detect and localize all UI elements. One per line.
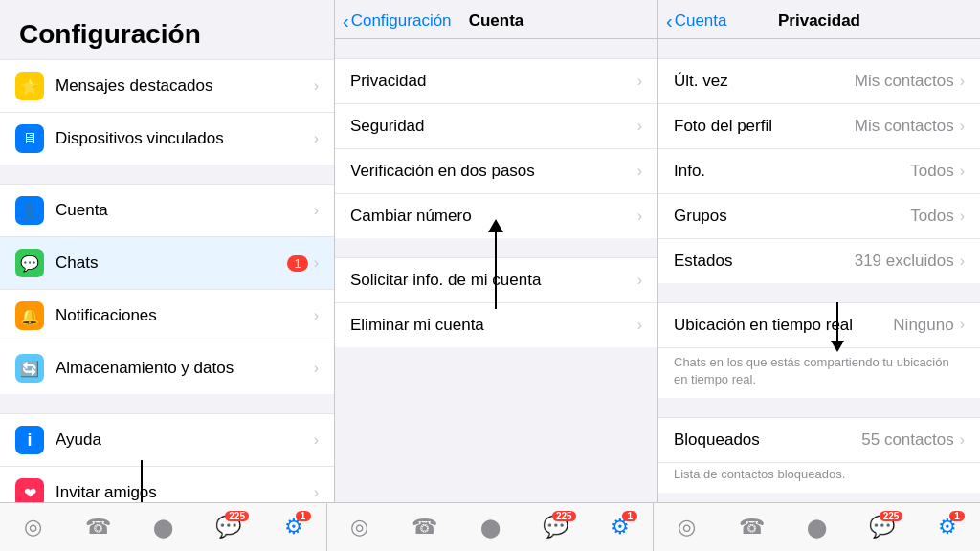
- chats-icon: 💬 225: [543, 515, 568, 540]
- bloqueados-label: Bloqueados: [674, 430, 861, 450]
- tab-settings-mid[interactable]: ⚙ 1: [588, 515, 653, 540]
- ubicacion-value: Ninguno: [893, 316, 953, 335]
- tab-calls-left[interactable]: ☎: [65, 515, 130, 540]
- tab-camera-left[interactable]: ⬤: [130, 517, 195, 539]
- seguridad-row[interactable]: Seguridad ›: [335, 104, 657, 149]
- realtime-section: Ubicación en tiempo real Ninguno › Chats…: [658, 302, 980, 398]
- tab-calls-mid[interactable]: ☎: [392, 515, 457, 540]
- help-row[interactable]: i Ayuda ›: [0, 413, 334, 467]
- bloqueados-footer: Lista de contactos bloqueados.: [658, 462, 980, 493]
- right-tab-bar: ◎ ☎ ⬤ 💬 225 ⚙ 1: [654, 503, 980, 551]
- chats-icon: 💬 225: [215, 515, 241, 540]
- laptop-icon: 🖥: [15, 124, 44, 153]
- middle-back-button[interactable]: ‹ Configuración: [343, 11, 452, 33]
- tab-chats-mid[interactable]: 💬 225: [523, 515, 588, 540]
- chevron-icon: ›: [637, 272, 642, 289]
- eliminar-cuenta-row[interactable]: Eliminar mi cuenta ›: [335, 303, 657, 347]
- back-chevron-icon: ‹: [666, 11, 673, 33]
- tab-camera-mid[interactable]: ⬤: [457, 517, 523, 539]
- tab-chats-left[interactable]: 💬 225: [195, 515, 260, 540]
- camera-icon: ⬤: [807, 517, 827, 539]
- bell-icon: 🔔: [15, 301, 44, 330]
- info-row[interactable]: Info. Todos ›: [658, 149, 980, 194]
- privacidad-label: Privacidad: [350, 72, 637, 91]
- privacy-main-section: Últ. vez Mis contactos › Foto del perfil…: [658, 58, 980, 283]
- tab-status-left[interactable]: ◎: [0, 515, 65, 540]
- tab-chats-right[interactable]: 💬 225: [850, 515, 915, 540]
- notifications-row[interactable]: 🔔 Notificaciones ›: [0, 290, 334, 342]
- camera-icon: ⬤: [480, 517, 501, 539]
- chat-icon: 💬: [15, 249, 44, 277]
- right-panel: ‹ Cuenta Privacidad Últ. vez Mis contact…: [658, 0, 980, 502]
- chevron-icon: ›: [960, 431, 965, 449]
- ubicacion-row[interactable]: Ubicación en tiempo real Ninguno ›: [658, 302, 980, 347]
- privacidad-row[interactable]: Privacidad ›: [335, 58, 657, 104]
- storage-row[interactable]: 🔄 Almacenamiento y datos ›: [0, 342, 334, 394]
- invite-row[interactable]: ❤ Invitar amigos ›: [0, 467, 334, 502]
- account-row[interactable]: 👤 Cuenta ›: [0, 184, 334, 237]
- linked-devices-row[interactable]: 🖥 Dispositivos vinculados ›: [0, 113, 334, 165]
- phone-icon: ☎: [85, 515, 111, 540]
- invite-label: Invitar amigos: [56, 483, 314, 502]
- chevron-icon: ›: [960, 316, 965, 333]
- bloqueados-value: 55 contactos: [861, 430, 953, 450]
- ult-vez-label: Últ. vez: [674, 72, 855, 91]
- storage-icon: 🔄: [15, 354, 44, 383]
- grupos-row[interactable]: Grupos Todos ›: [658, 194, 980, 239]
- verificacion-row[interactable]: Verificación en dos pasos ›: [335, 149, 657, 194]
- chevron-icon: ›: [314, 307, 319, 324]
- left-tab-bar: ◎ ☎ ⬤ 💬 225 ⚙ 1: [0, 503, 327, 551]
- settings-badge: 1: [296, 511, 311, 521]
- camera-icon: ⬤: [153, 517, 173, 539]
- foto-perfil-label: Foto del perfil: [674, 117, 855, 136]
- cuenta-section-1: Privacidad › Seguridad › Verificación en…: [335, 58, 657, 238]
- right-nav-bar: ‹ Cuenta Privacidad: [658, 0, 980, 39]
- settings-icon: ⚙ 1: [611, 515, 630, 540]
- grupos-label: Grupos: [674, 207, 910, 226]
- foto-perfil-row[interactable]: Foto del perfil Mis contactos ›: [658, 104, 980, 149]
- middle-tab-bar: ◎ ☎ ⬤ 💬 225 ⚙ 1: [327, 503, 655, 551]
- chats-label: Chats: [56, 253, 287, 273]
- grupos-value: Todos: [910, 207, 953, 226]
- tab-camera-right[interactable]: ⬤: [785, 517, 850, 539]
- starred-messages-row[interactable]: ⭐ Mensajes destacados ›: [0, 59, 334, 113]
- ult-vez-row[interactable]: Últ. vez Mis contactos ›: [658, 58, 980, 104]
- chats-badge: 225: [225, 511, 249, 521]
- chevron-icon: ›: [314, 360, 319, 377]
- info-value: Todos: [910, 162, 953, 181]
- storage-label: Almacenamiento y datos: [56, 359, 314, 378]
- status-icon: ◎: [678, 515, 696, 540]
- chevron-icon: ›: [960, 118, 965, 135]
- chats-row[interactable]: 💬 Chats 1 ›: [0, 237, 334, 290]
- chats-badge: 1: [287, 255, 307, 272]
- bloqueados-row[interactable]: Bloqueados 55 contactos ›: [658, 417, 980, 462]
- settings-badge-mid: 1: [622, 511, 637, 521]
- page-title: Configuración: [0, 0, 334, 59]
- tab-calls-right[interactable]: ☎: [719, 515, 784, 540]
- bottom-tab-bars: ◎ ☎ ⬤ 💬 225 ⚙ 1 ◎ ☎ ⬤: [0, 502, 980, 551]
- settings-icon: ⚙ 1: [938, 515, 957, 540]
- phone-icon: ☎: [739, 515, 765, 540]
- right-back-button[interactable]: ‹ Cuenta: [666, 11, 727, 33]
- tab-status-mid[interactable]: ◎: [327, 515, 392, 540]
- chevron-icon: ›: [960, 253, 965, 270]
- status-icon: ◎: [350, 515, 368, 540]
- tab-settings-right[interactable]: ⚙ 1: [915, 515, 980, 540]
- chevron-icon: ›: [637, 73, 642, 90]
- ubicacion-footer: Chats en los que estás compartiendo tu u…: [658, 347, 980, 398]
- chevron-icon: ›: [314, 130, 319, 147]
- estados-value: 319 excluidos: [855, 252, 954, 271]
- estados-row[interactable]: Estados 319 excluidos ›: [658, 239, 980, 283]
- left-panel: Configuración ⭐ Mensajes destacados › 🖥 …: [0, 0, 335, 502]
- ubicacion-label: Ubicación en tiempo real: [674, 316, 893, 335]
- settings-icon: ⚙ 1: [284, 515, 303, 540]
- right-back-label: Cuenta: [675, 11, 727, 31]
- tab-status-right[interactable]: ◎: [654, 515, 719, 540]
- account-label: Cuenta: [56, 201, 314, 220]
- middle-nav-bar: ‹ Configuración Cuenta: [335, 0, 657, 39]
- cuenta-section-2: Solicitar info. de mi cuenta › Eliminar …: [335, 257, 657, 347]
- middle-back-label: Configuración: [351, 11, 452, 31]
- tab-settings-left[interactable]: ⚙ 1: [261, 515, 326, 540]
- star-icon: ⭐: [15, 72, 44, 100]
- phone-icon: ☎: [412, 515, 437, 540]
